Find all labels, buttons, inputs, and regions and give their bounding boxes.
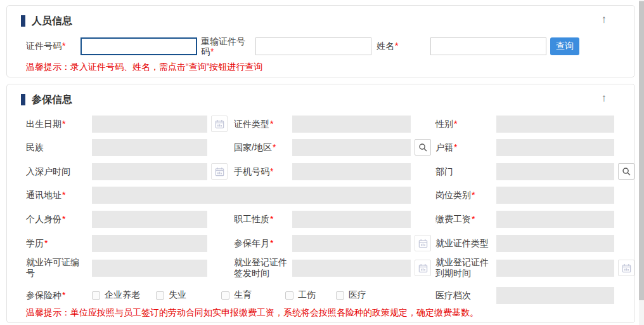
reenter-id-label: 重输证件号码* xyxy=(201,36,249,56)
search-icon[interactable] xyxy=(415,139,431,156)
required-mark: * xyxy=(44,238,48,248)
payment-salary-label: 缴费工资* xyxy=(435,214,496,225)
id-number-input[interactable] xyxy=(80,37,197,55)
gender-label: 性别* xyxy=(435,119,496,129)
scrollbar-thumb[interactable] xyxy=(639,1,644,300)
household-input xyxy=(496,139,614,156)
section-marker-bar xyxy=(21,94,25,105)
country-input xyxy=(292,139,411,156)
address-label: 通讯地址* xyxy=(26,190,92,201)
search-icon[interactable] xyxy=(618,163,634,180)
employment-reg-issue-input xyxy=(292,260,411,277)
birth-date-input xyxy=(92,116,207,133)
education-label: 学历* xyxy=(26,238,92,249)
required-mark: * xyxy=(210,46,214,56)
shenzhen-entry-input xyxy=(92,163,207,180)
page: 人员信息 ↑ 证件号码* 重输证件号码* 姓名* 查询 温馨提示：录入证件号码、… xyxy=(0,0,644,325)
department-label: 部门 xyxy=(435,166,496,177)
calendar-icon xyxy=(211,163,228,180)
employment-reg-expiry-label: 就业登记证件到期时间 xyxy=(435,257,496,279)
required-mark: * xyxy=(273,142,276,152)
checkbox-icon[interactable] xyxy=(92,291,100,300)
insured-month-input xyxy=(292,235,411,252)
collapse-up-icon[interactable]: ↑ xyxy=(602,13,607,26)
id-number-label: 证件号码* xyxy=(26,41,80,52)
form-row: 出生日期* 证件类型* 性别* xyxy=(26,115,614,133)
form-row: 入深户时间 手机号码* 部门 xyxy=(26,162,634,180)
cert-type-input xyxy=(292,116,411,133)
checkbox-work-injury[interactable]: 工伤 xyxy=(285,289,336,301)
household-label: 户籍* xyxy=(435,142,496,153)
required-mark: * xyxy=(62,190,65,200)
name-label: 姓名* xyxy=(377,41,430,52)
ethnicity-input xyxy=(92,139,207,156)
personnel-title: 人员信息 xyxy=(32,15,72,28)
name-input[interactable] xyxy=(430,37,546,55)
shenzhen-entry-label: 入深户时间 xyxy=(26,166,92,177)
checkbox-icon[interactable] xyxy=(156,291,164,300)
insurance-hint: 温馨提示：单位应按照与员工签订的劳动合同如实申报缴费工资，系统将会按照各险种的政… xyxy=(26,307,479,319)
checkbox-pension[interactable]: 企业养老 xyxy=(92,289,156,301)
checkbox-icon[interactable] xyxy=(336,291,344,300)
required-mark: * xyxy=(395,41,398,51)
section-marker-bar xyxy=(21,15,25,27)
required-mark: * xyxy=(62,119,65,129)
personal-identity-input xyxy=(92,211,207,228)
insurance-types-label: 参保险种* xyxy=(26,290,92,301)
insurance-title: 参保信息 xyxy=(32,93,72,107)
employment-reg-expiry-input xyxy=(496,260,614,277)
checkbox-icon[interactable] xyxy=(221,291,229,300)
query-button[interactable]: 查询 xyxy=(550,37,579,55)
post-category-label: 岗位类别* xyxy=(435,190,496,201)
employment-cert-type-input xyxy=(496,235,614,252)
form-row: 通讯地址* 岗位类别* xyxy=(26,186,614,204)
medical-level-label: 医疗档次 xyxy=(435,290,496,301)
employment-permit-no-label: 就业许可证编号 xyxy=(26,257,92,279)
required-mark: * xyxy=(472,190,475,200)
birth-date-label: 出生日期* xyxy=(26,119,92,129)
calendar-icon xyxy=(211,116,228,132)
required-mark: * xyxy=(62,214,65,224)
personal-identity-label: 个人身份* xyxy=(26,214,92,225)
required-mark: * xyxy=(270,214,273,224)
form-row: 学历* 参保年月* 就业证件类型 xyxy=(26,234,614,252)
country-label: 国家/地区* xyxy=(234,142,292,153)
form-row: 就业许可证编号 就业登记证件签发时间 就业登记证件到期时间 xyxy=(26,257,634,279)
ethnicity-label: 民族 xyxy=(26,142,92,153)
required-mark: * xyxy=(270,119,273,129)
personnel-header: 人员信息 ↑ xyxy=(21,15,634,27)
checkbox-maternity[interactable]: 生育 xyxy=(221,289,285,301)
collapse-up-icon[interactable]: ↑ xyxy=(602,92,607,105)
mobile-label: 手机号码* xyxy=(234,166,292,177)
address-input xyxy=(92,187,411,204)
mobile-input xyxy=(292,163,411,180)
required-mark: * xyxy=(472,214,475,224)
required-mark: * xyxy=(454,119,457,129)
department-input xyxy=(496,163,614,180)
checkbox-unemployment[interactable]: 失业 xyxy=(156,289,221,301)
education-input xyxy=(92,235,207,252)
required-mark: * xyxy=(270,238,273,248)
insured-month-label: 参保年月* xyxy=(234,238,292,249)
employment-cert-type-label: 就业证件类型 xyxy=(435,238,496,249)
payment-salary-input xyxy=(496,211,614,228)
insurance-header: 参保信息 ↑ xyxy=(21,93,634,106)
checkbox-icon[interactable] xyxy=(285,291,293,300)
insurance-type-checkbox-group: 企业养老 失业 生育 工伤 医疗 xyxy=(92,289,411,301)
form-row: 个人身份* 职工性质* 缴费工资* xyxy=(26,210,614,228)
personnel-hint: 温馨提示：录入证件号码、姓名，需点击“查询”按钮进行查询 xyxy=(26,62,634,73)
calendar-icon xyxy=(415,235,431,251)
post-category-input xyxy=(496,187,614,204)
medical-level-input xyxy=(496,287,614,304)
reenter-id-input[interactable] xyxy=(255,37,371,55)
calendar-icon xyxy=(618,260,634,276)
gender-input xyxy=(496,116,614,133)
employment-permit-no-input xyxy=(92,260,207,277)
checkbox-medical[interactable]: 医疗 xyxy=(336,289,366,301)
employee-nature-input xyxy=(292,211,411,228)
employee-nature-label: 职工性质* xyxy=(234,214,292,225)
form-row-insurance-types: 参保险种* 企业养老 失业 生育 工伤 医疗 医疗档次 xyxy=(26,286,614,304)
employment-reg-issue-label: 就业登记证件签发时间 xyxy=(234,257,292,279)
insurance-section: 参保信息 ↑ 出生日期* 证件类型* 性别* 民族 国家/地区* 户籍* xyxy=(6,84,635,323)
required-mark: * xyxy=(270,166,273,176)
